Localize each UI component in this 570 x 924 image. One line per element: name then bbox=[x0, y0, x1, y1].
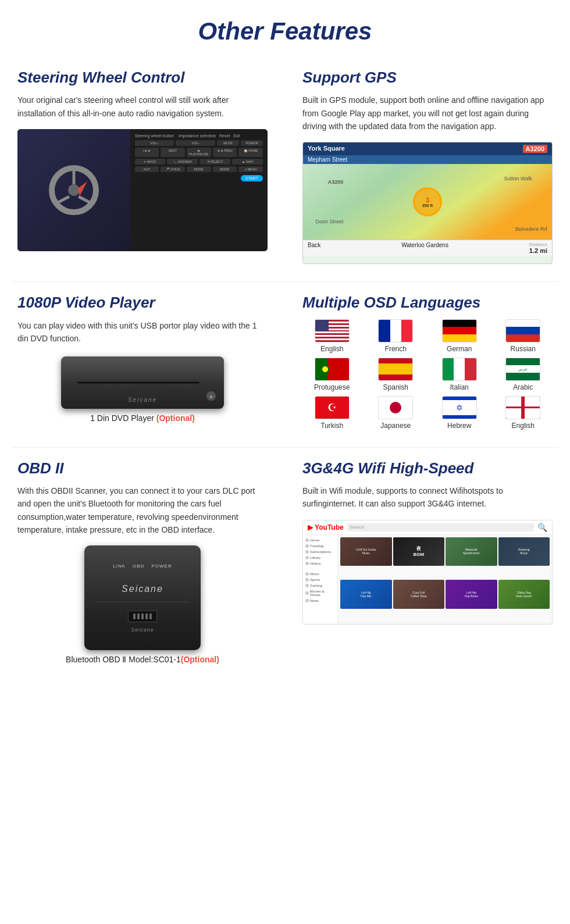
gps-road-overlay: A3200 bbox=[328, 179, 344, 185]
gps-feature: Support GPS Built in GPS module, support… bbox=[285, 57, 570, 281]
svg-point-1 bbox=[68, 184, 80, 196]
obd-image: LINK OBD POWER Seicane Seicane bbox=[84, 545, 201, 650]
wifi-feature: 3G&4G Wifi High-Speed Built in Wifi modu… bbox=[285, 448, 570, 682]
gps-distance-label: Distance bbox=[529, 242, 547, 247]
dvd-brand-label: Seicane bbox=[128, 397, 157, 403]
lang-russian-label: Russian bbox=[511, 345, 536, 353]
obd-connector bbox=[128, 611, 157, 622]
dvd-image: Seicane ▲ bbox=[61, 356, 224, 409]
obd-feature: OBD II With this OBDII Scanner, you can … bbox=[0, 448, 285, 682]
lang-spanish-label: Spanish bbox=[383, 383, 408, 391]
obd-labels: LINK OBD POWER bbox=[113, 563, 172, 569]
yt-thumb-8[interactable]: Shiba Dogfinds master bbox=[498, 580, 550, 609]
gps-desc: Built in GPS module, support both online… bbox=[302, 94, 553, 133]
yt-music[interactable]: Music bbox=[305, 571, 335, 577]
yt-header: ▶ YouTube Search 🔍 bbox=[303, 520, 552, 535]
gps-street4: Doon Street bbox=[315, 219, 343, 224]
gps-street-label: York Square bbox=[308, 145, 345, 153]
yt-trending[interactable]: Trending bbox=[305, 543, 335, 549]
steering-wheel-icon bbox=[48, 164, 100, 216]
gps-street2: Mepham Street bbox=[303, 155, 552, 164]
flag-tr: ☪ bbox=[315, 396, 350, 419]
flag-ar: عربي bbox=[505, 358, 540, 381]
svg-line-3 bbox=[56, 197, 69, 204]
yt-library[interactable]: Library bbox=[305, 555, 335, 561]
svg-marker-5 bbox=[78, 181, 87, 196]
lang-english: English bbox=[302, 319, 362, 353]
lang-portuguese-label: Protuguese bbox=[314, 383, 350, 391]
page-title: Other Features bbox=[0, 0, 570, 57]
yt-movies[interactable]: Movies & Shows bbox=[305, 588, 335, 598]
yt-thumb-3[interactable]: MinecraftSpeedrunner bbox=[446, 537, 497, 566]
yt-thumb-1[interactable]: Chill Out GuitarMusic bbox=[340, 537, 392, 566]
obd-bottom-brand: Seicane bbox=[131, 627, 154, 633]
lang-german: German bbox=[430, 319, 489, 353]
flag-es bbox=[378, 358, 413, 381]
lang-italian-label: Italian bbox=[450, 383, 469, 391]
obd-desc: With this OBDII Scanner, you can connect… bbox=[17, 484, 268, 537]
gps-destination: Waterloo Gardens bbox=[401, 242, 448, 254]
video-desc: You can play video with this unit's USB … bbox=[17, 319, 268, 345]
lang-arabic-label: Arabic bbox=[513, 383, 533, 391]
steering-image: Steering wheel button Impedance selectio… bbox=[17, 129, 268, 251]
lang-portuguese: Protuguese bbox=[302, 358, 362, 391]
obd-brand-text: Seicane bbox=[122, 584, 163, 594]
yt-body: Home Trending Subscriptions Library Hist… bbox=[303, 535, 552, 624]
obd-caption: Bluetooth OBD Ⅱ Model:SC01-1(Optional) bbox=[66, 655, 219, 664]
lang-german-label: German bbox=[447, 345, 472, 353]
lang-japanese-label: Japanese bbox=[380, 422, 411, 430]
flag-ru bbox=[505, 319, 540, 343]
language-grid: English French German Russ bbox=[302, 319, 553, 430]
lang-hebrew-label: Hebrew bbox=[447, 422, 471, 430]
yt-sports[interactable]: Sports bbox=[305, 577, 335, 583]
lang-english-label: English bbox=[320, 345, 343, 353]
gps-street3: Sutton Walk bbox=[504, 176, 532, 181]
gps-distance: 1.2 mi bbox=[529, 247, 547, 254]
lang-turkish: ☪ Turkish bbox=[302, 396, 362, 430]
lang-french-label: French bbox=[385, 345, 407, 353]
yt-search-icon[interactable]: 🔍 bbox=[537, 523, 547, 532]
dvd-caption: 1 Din DVD Player (Optional) bbox=[90, 413, 195, 423]
steering-title: Steering Wheel Control bbox=[17, 69, 268, 87]
lang-hebrew: ✡ Hebrew bbox=[430, 396, 489, 430]
flag-de bbox=[442, 319, 477, 343]
yt-thumb-7[interactable]: Lofi HipHop Beats bbox=[446, 580, 497, 609]
wifi-youtube-image: ▶ YouTube Search 🔍 Home Trending Subscri… bbox=[302, 520, 553, 625]
gps-image: York Square A3200 Mepham Street A3200 Su… bbox=[302, 142, 553, 264]
steering-feature: Steering Wheel Control Your original car… bbox=[0, 57, 285, 281]
flag-il: ✡ bbox=[442, 396, 477, 419]
yt-home[interactable]: Home bbox=[305, 537, 335, 543]
yt-thumb-5[interactable]: Lofi HipHop Mix bbox=[340, 580, 392, 609]
steering-desc: Your original car's steering wheel contr… bbox=[17, 94, 268, 120]
lang-french: French bbox=[366, 319, 426, 353]
yt-thumb-6[interactable]: Cozy FullCoffee Shop bbox=[393, 580, 445, 609]
yt-sidebar: Home Trending Subscriptions Library Hist… bbox=[303, 535, 338, 624]
lang-english-gb: English bbox=[494, 396, 553, 430]
gps-title: Support GPS bbox=[302, 69, 553, 87]
wifi-desc: Built in Wifi module, supports to connec… bbox=[302, 484, 553, 511]
yt-thumb-4[interactable]: RelaxingMusic bbox=[498, 537, 550, 566]
flag-jp bbox=[378, 396, 413, 419]
gps-distance-badge: 3 350 ft bbox=[413, 187, 442, 216]
lang-turkish-label: Turkish bbox=[320, 422, 343, 430]
yt-news[interactable]: News bbox=[305, 598, 335, 604]
yt-search-bar[interactable]: Search bbox=[347, 523, 534, 531]
yt-gaming[interactable]: Gaming bbox=[305, 583, 335, 588]
lang-arabic: عربي Arabic bbox=[494, 358, 553, 391]
flag-it bbox=[442, 358, 477, 381]
osd-feature: Multiple OSD Languages English French Ge… bbox=[285, 282, 570, 447]
flag-pt bbox=[315, 358, 350, 381]
osd-title: Multiple OSD Languages bbox=[302, 294, 553, 312]
yt-history[interactable]: History bbox=[305, 561, 335, 566]
video-title: 1080P Video Player bbox=[17, 294, 268, 312]
lang-spanish: Spanish bbox=[366, 358, 426, 391]
video-feature: 1080P Video Player You can play video wi… bbox=[0, 282, 285, 447]
svg-line-4 bbox=[79, 197, 92, 204]
gps-road-label: A3200 bbox=[523, 145, 547, 153]
flag-us bbox=[315, 319, 350, 343]
gps-back[interactable]: Back bbox=[308, 242, 320, 254]
yt-thumb-2[interactable]: 夜BGM bbox=[393, 537, 445, 566]
lang-japanese: Japanese bbox=[366, 396, 426, 430]
gps-street5: Belvedere Rd bbox=[515, 226, 547, 232]
yt-subscriptions[interactable]: Subscriptions bbox=[305, 549, 335, 555]
